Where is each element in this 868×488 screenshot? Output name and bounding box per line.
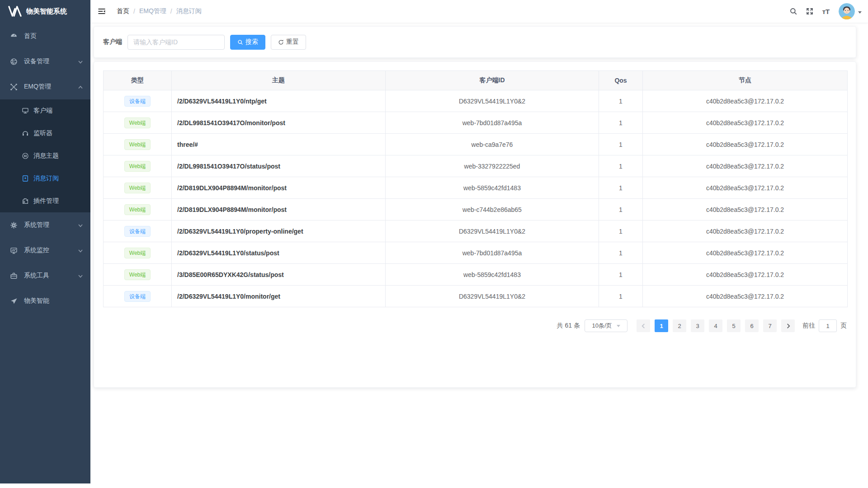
client-id-cell: web-3327922225ed <box>386 155 599 177</box>
sidebar-subitem-0[interactable]: 客户端 <box>0 99 90 122</box>
sidebar-item-label: EMQ管理 <box>24 83 78 91</box>
chevron-right-icon <box>786 324 791 328</box>
column-header: 类型 <box>104 71 172 90</box>
client-id-input[interactable] <box>127 35 225 50</box>
sidebar-item-label: 设备管理 <box>24 57 78 66</box>
client-id-cell: D6329VL54419L1Y0&2 <box>386 221 599 242</box>
sidebar-subitem-4[interactable]: 插件管理 <box>0 190 90 212</box>
node-cell: c40b2d8ea5c3@172.17.0.2 <box>643 242 848 264</box>
goto-page-input[interactable] <box>819 319 837 332</box>
sidebar-item-0[interactable]: 首页 <box>0 23 90 49</box>
fullscreen-button[interactable] <box>802 0 818 23</box>
chevron-down-icon <box>78 59 83 65</box>
topic-cell: /2/D6329VL54419L1Y0/status/post <box>172 242 386 264</box>
sidebar-item-4[interactable]: 系统监控 <box>0 238 90 263</box>
emq-nodes-icon <box>10 83 18 91</box>
prev-page-button[interactable] <box>637 319 650 332</box>
header-search-button[interactable] <box>785 0 802 23</box>
table-row: Web端/2/D6329VL54419L1Y0/status/postweb-7… <box>104 242 848 264</box>
sidebar-subitem-2[interactable]: 消息主题 <box>0 145 90 167</box>
avatar[interactable] <box>839 3 855 19</box>
qos-cell: 1 <box>599 221 643 242</box>
next-page-button[interactable] <box>781 319 795 332</box>
sidebar-item-1[interactable]: 设备管理 <box>0 49 90 74</box>
page-button-4[interactable]: 4 <box>709 319 722 332</box>
sidebar-item-3[interactable]: 系统管理 <box>0 212 90 238</box>
type-cell: 设备端 <box>104 286 172 307</box>
sidebar-subitem-3[interactable]: 消息订阅 <box>0 167 90 190</box>
font-size-icon: ᴛT <box>822 8 830 15</box>
pagination: 共 61 条 10条/页 1234567 前往 页 <box>103 319 847 332</box>
qos-cell: 1 <box>599 242 643 264</box>
qos-cell: 1 <box>599 155 643 177</box>
page-button-2[interactable]: 2 <box>673 319 686 332</box>
qos-cell: 1 <box>599 112 643 134</box>
breadcrumb-home[interactable]: 首页 <box>117 7 129 15</box>
node-cell: c40b2d8ea5c3@172.17.0.2 <box>643 264 848 286</box>
reset-button[interactable]: 重置 <box>271 35 306 50</box>
topic-cell: /2/D819DLX904P8894M/monitor/post <box>172 177 386 199</box>
app-logo-icon <box>8 5 22 17</box>
table-row: Web端/2/D819DLX904P8894M/monitor/postweb-… <box>104 199 848 221</box>
node-cell: c40b2d8ea5c3@172.17.0.2 <box>643 90 848 112</box>
sidebar-item-6[interactable]: 物美智能 <box>0 288 90 314</box>
column-header: 主题 <box>172 71 386 90</box>
font-size-button[interactable]: ᴛT <box>818 0 834 23</box>
type-cell: Web端 <box>104 134 172 155</box>
breadcrumb-separator: / <box>133 8 135 15</box>
listener-headset-icon <box>22 130 29 137</box>
topic-cell: /2/D819DLX904P8894M/monitor/post <box>172 199 386 221</box>
chevron-down-icon <box>617 325 620 329</box>
page-button-3[interactable]: 3 <box>691 319 704 332</box>
client-monitor-icon <box>22 107 29 114</box>
chevron-down-icon <box>858 11 862 15</box>
sidebar-item-label: 首页 <box>24 32 83 40</box>
client-id-cell: web-5859c42fd1483 <box>386 177 599 199</box>
node-cell: c40b2d8ea5c3@172.17.0.2 <box>643 199 848 221</box>
page-button-5[interactable]: 5 <box>727 319 741 332</box>
type-cell: 设备端 <box>104 90 172 112</box>
sidebar-toggle-button[interactable] <box>90 0 113 23</box>
client-id-cell: web-ca9a7e76 <box>386 134 599 155</box>
topic-cell: /2/D6329VL54419L1Y0/monitor/get <box>172 286 386 307</box>
sidebar-subitem-label: 消息订阅 <box>33 174 83 183</box>
node-cell: c40b2d8ea5c3@172.17.0.2 <box>643 221 848 242</box>
type-cell: Web端 <box>104 242 172 264</box>
app-title: 物美智能系统 <box>26 7 67 16</box>
page-button-1[interactable]: 1 <box>655 319 668 332</box>
sidebar-item-5[interactable]: 系统工具 <box>0 263 90 288</box>
breadcrumb-separator: / <box>170 8 172 15</box>
user-menu[interactable] <box>839 3 862 19</box>
type-tag: Web端 <box>124 204 151 215</box>
page-button-6[interactable]: 6 <box>745 319 759 332</box>
breadcrumb: 首页 / EMQ管理 / 消息订阅 <box>117 7 202 15</box>
type-cell: Web端 <box>104 177 172 199</box>
topic-cell: three/# <box>172 134 386 155</box>
plugin-puzzle-icon <box>22 197 29 205</box>
table-header-row: 类型主题客户端IDQos节点 <box>104 71 848 90</box>
type-tag: Web端 <box>124 139 151 150</box>
monitor-chart-icon <box>10 247 18 254</box>
topic-cell: /2/DL9981541O39417O/monitor/post <box>172 112 386 134</box>
qos-cell: 1 <box>599 134 643 155</box>
search-icon <box>789 7 797 15</box>
type-tag: Web端 <box>124 183 151 193</box>
chevron-down-icon <box>78 223 83 228</box>
gear-icon <box>10 221 18 229</box>
sidebar-subitem-1[interactable]: 监听器 <box>0 122 90 145</box>
table-row: Web端/2/DL9981541O39417O/status/postweb-3… <box>104 155 848 177</box>
total-count: 共 61 条 <box>557 322 580 330</box>
page-button-7[interactable]: 7 <box>763 319 777 332</box>
sidebar-item-2[interactable]: EMQ管理 <box>0 74 90 99</box>
client-id-cell: D6329VL54419L1Y0&2 <box>386 90 599 112</box>
page-size-select[interactable]: 10条/页 <box>585 319 627 332</box>
app-logo[interactable]: 物美智能系统 <box>0 0 90 23</box>
type-tag: 设备端 <box>124 291 151 302</box>
refresh-icon <box>278 39 284 45</box>
sidebar-item-label: 系统工具 <box>24 272 78 280</box>
topic-cell: /2/D6329VL54419L1Y0/property-online/get <box>172 221 386 242</box>
goto-label: 前往 <box>802 322 815 330</box>
sidebar: 物美智能系统 首页设备管理EMQ管理客户端监听器消息主题消息订阅插件管理系统管理… <box>0 0 90 483</box>
column-header: 客户端ID <box>386 71 599 90</box>
search-button[interactable]: 搜索 <box>230 35 265 50</box>
